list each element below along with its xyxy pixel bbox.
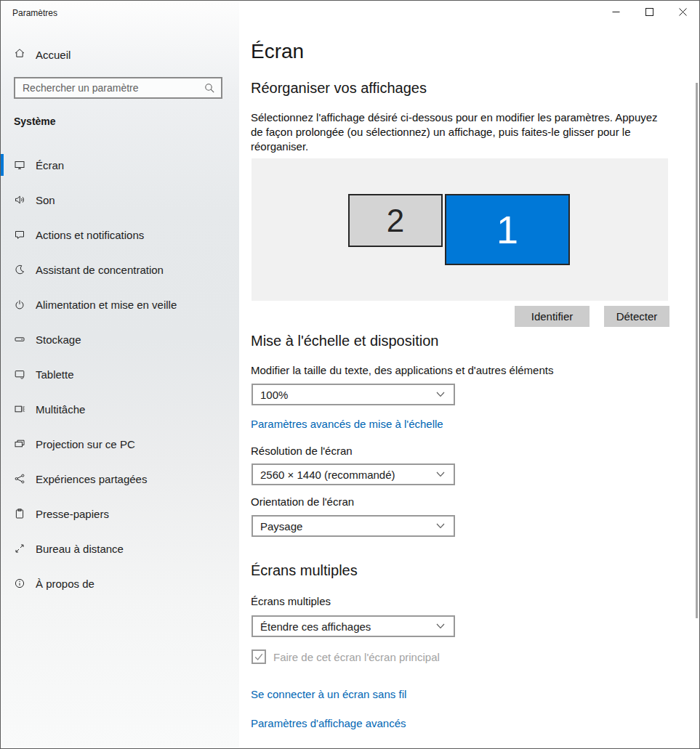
identify-button[interactable]: Identifier [515, 306, 590, 327]
sidebar-item-son[interactable]: Son [1, 182, 239, 217]
info-icon [14, 578, 25, 589]
selected-indicator [1, 154, 4, 176]
primary-display-checkbox-row: Faire de cet écran l'écran principal [252, 649, 440, 664]
monitor-2-number: 2 [387, 203, 404, 239]
sidebar-item-experiences-partagees[interactable]: Expériences partagées [1, 461, 239, 496]
detect-button[interactable]: Détecter [604, 306, 669, 327]
maximize-button[interactable] [632, 1, 666, 23]
sidebar-item-a-propos[interactable]: À propos de [1, 566, 239, 601]
sidebar-item-bureau-distance[interactable]: Bureau à distance [1, 531, 239, 566]
scale-dropdown[interactable]: 100% [252, 384, 455, 405]
sidebar-item-accueil[interactable]: Accueil [1, 41, 239, 68]
clipboard-icon [14, 508, 25, 519]
sidebar-item-multitache[interactable]: Multitâche [1, 392, 239, 426]
minimize-button[interactable] [599, 1, 632, 23]
sidebar-item-alimentation[interactable]: Alimentation et mise en veille [1, 287, 239, 322]
home-icon [14, 47, 25, 62]
tablet-icon [14, 368, 25, 380]
advanced-display-link[interactable]: Paramètres d'affichage avancés [251, 717, 406, 729]
orientation-value: Paysage [260, 520, 302, 533]
close-button[interactable] [666, 1, 699, 23]
advanced-scaling-link[interactable]: Paramètres avancés de mise à l'échelle [251, 418, 443, 430]
scale-value: 100% [260, 389, 288, 401]
home-label: Accueil [36, 49, 71, 61]
project-icon [14, 438, 25, 450]
chevron-down-icon [436, 471, 445, 477]
multiple-displays-dropdown[interactable]: Étendre ces affichages [252, 615, 455, 637]
remote-desktop-icon [14, 543, 25, 554]
multiple-displays-heading: Écrans multiples [251, 562, 358, 579]
chevron-down-icon [436, 392, 445, 397]
sidebar-item-stockage[interactable]: Stockage [1, 322, 239, 357]
sidebar-item-ecran[interactable]: Écran [1, 147, 239, 182]
sidebar-item-presse-papiers[interactable]: Presse-papiers [1, 496, 239, 531]
primary-display-checkbox[interactable] [252, 649, 266, 664]
sidebar-item-tablette[interactable]: Tablette [1, 357, 239, 392]
scrollbar-thumb[interactable] [696, 83, 698, 618]
resolution-value: 2560 × 1440 (recommandé) [260, 469, 395, 481]
power-icon [14, 299, 25, 310]
multiple-displays-value: Étendre ces affichages [260, 620, 371, 633]
wireless-display-link[interactable]: Se connecter à un écran sans fil [251, 688, 406, 700]
sidebar-item-projection[interactable]: Projection sur ce PC [1, 426, 239, 461]
resolution-dropdown[interactable]: 2560 × 1440 (recommandé) [252, 463, 455, 485]
minimize-icon [612, 8, 620, 16]
settings-window: Paramètres Accueil Système Écran [0, 0, 700, 749]
primary-display-checkbox-label: Faire de cet écran l'écran principal [273, 651, 440, 663]
chevron-down-icon [436, 523, 445, 529]
sidebar-section-systeme: Système [14, 116, 56, 127]
rearrange-heading: Réorganiser vos affichages [251, 80, 427, 97]
multitask-icon [14, 403, 25, 415]
sidebar-nav: Écran Son Actions et notifications Assis… [1, 147, 239, 601]
monitor-2[interactable]: 2 [348, 194, 443, 247]
sidebar-item-actions-notifications[interactable]: Actions et notifications [1, 217, 239, 252]
moon-icon [14, 264, 25, 275]
rearrange-description: Sélectionnez l'affichage désiré ci-desso… [251, 110, 672, 154]
checkmark-icon [254, 652, 264, 662]
window-controls [599, 1, 699, 23]
search-input[interactable] [15, 82, 204, 94]
monitor-1[interactable]: 1 [445, 194, 570, 265]
window-title: Paramètres [12, 8, 57, 18]
shared-icon [14, 473, 25, 485]
scale-label: Modifier la taille du texte, des applica… [251, 364, 553, 376]
close-icon [679, 8, 687, 16]
multiple-displays-label: Écrans multiples [251, 595, 331, 607]
page-title: Écran [251, 40, 304, 63]
display-icon [14, 159, 25, 171]
search-icon[interactable] [204, 83, 215, 94]
orientation-label: Orientation de l'écran [251, 495, 354, 508]
chevron-down-icon [436, 623, 445, 629]
sidebar-item-assistant-concentration[interactable]: Assistant de concentration [1, 252, 239, 287]
speaker-icon [14, 194, 25, 206]
monitor-1-number: 1 [496, 207, 518, 252]
notifications-icon [14, 229, 25, 240]
storage-icon [14, 333, 25, 345]
search-box [14, 77, 222, 99]
resolution-label: Résolution de l'écran [251, 445, 353, 457]
maximize-icon [645, 8, 653, 16]
scaling-heading: Mise à l'échelle et disposition [251, 333, 438, 349]
orientation-dropdown[interactable]: Paysage [252, 515, 455, 537]
